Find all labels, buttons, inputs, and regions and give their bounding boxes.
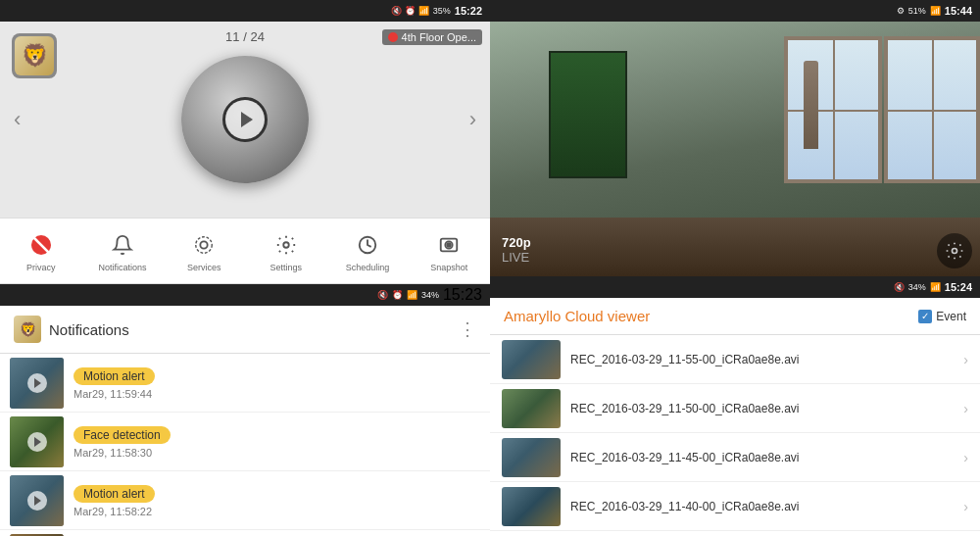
rec-name-2: REC_2016-03-29_11-45-00_iCRa0ae8e.avi [570,451,954,464]
play-small-icon-0 [27,373,47,393]
notif-thumbnail-2 [10,475,64,526]
notifications-header: 🦁 Notifications ⋮ [0,306,490,354]
rec-arrow-1: › [963,401,968,416]
recording-item-3[interactable]: REC_2016-03-29_11-40-00_iCRa0ae8e.avi › [490,482,980,531]
cloud-viewer-title: Amaryllo Cloud viewer [504,308,650,324]
camera-name-badge: 4th Floor Ope... [382,29,482,45]
rec-thumbnail-1 [502,389,561,428]
notifications-label: Notifications [98,263,146,272]
signal-icon: 📶 [418,6,429,16]
status-icons-left: 🔇 ⏰ 📶 [391,6,429,16]
notif-info-2: Motion alert Mar29, 11:58:22 [74,484,480,517]
nav-item-privacy[interactable]: Privacy [0,229,81,272]
notification-item-2[interactable]: Motion alert Mar29, 11:58:22 [0,471,490,530]
notifications-list: Motion alert Mar29, 11:59:44 Face detect… [0,354,490,536]
notif-info-1: Face detection Mar29, 11:58:30 [74,425,480,459]
record-indicator [388,32,398,42]
nav-item-services[interactable]: Services [164,229,245,272]
svg-point-8 [447,243,451,247]
rec-name-3: REC_2016-03-29_11-40-00_iCRa0ae8e.avi [570,500,954,513]
time-right-bot: 15:24 [945,281,972,293]
event-label: Event [936,310,966,323]
services-label: Services [187,263,221,272]
live-status-text: LIVE [502,250,531,265]
nav-item-notifications[interactable]: Notifications [81,229,163,272]
window-right [884,36,980,183]
nav-prev[interactable]: ‹ [4,97,30,142]
privacy-label: Privacy [26,263,56,272]
play-button[interactable] [225,100,265,139]
statue [804,61,818,149]
notif-badge-1: Face detection [74,426,171,444]
notification-item-1[interactable]: Face detection Mar29, 11:58:30 [0,413,490,471]
rec-thumbnail-3 [502,487,561,526]
alarm-icon-2: ⏰ [392,290,403,300]
notif-info-0: Motion alert Mar29, 11:59:44 [74,366,480,400]
time-right-top: 15:44 [945,5,972,17]
play-triangle-icon [241,112,253,127]
nav-bar: Privacy Notifications Services Settings … [0,218,490,284]
signal-right-top: 📶 [930,6,941,16]
camera-device-ball [181,56,309,183]
cloud-viewer-header: Amaryllo Cloud viewer ✓ Event [490,298,980,335]
app-logo: 🦁 [12,33,57,78]
event-filter[interactable]: ✓ Event [918,310,966,323]
notif-lion-icon: 🦁 [14,316,41,343]
right-panel: ⚙ 51% 📶 15:44 720p LIVE [490,0,980,536]
rec-arrow-3: › [963,499,968,514]
cabinet-decor [549,51,627,178]
snapshot-icon [433,229,465,261]
camera-ball-area: 🦁 [0,22,490,218]
battery-left: 35% [433,6,451,16]
more-options-button[interactable]: ⋮ [459,318,476,340]
notif-thumbnail-1 [10,416,64,467]
recording-item-2[interactable]: REC_2016-03-29_11-45-00_iCRa0ae8e.avi › [490,433,980,482]
rec-name-0: REC_2016-03-29_11-55-00_iCRa0ae8e.avi [570,353,954,366]
recording-item-1[interactable]: REC_2016-03-29_11-50-00_iCRa0ae8e.avi › [490,384,980,433]
services-icon [188,229,220,261]
settings-button[interactable] [937,233,972,268]
status-bar-bottom-right: 🔇 34% 📶 15:24 [490,276,980,298]
rec-name-1: REC_2016-03-29_11-50-00_iCRa0ae8e.avi [570,402,954,415]
scheduling-label: Scheduling [346,263,390,272]
camera-name-text: 4th Floor Ope... [402,31,476,43]
nav-item-scheduling[interactable]: Scheduling [326,229,408,272]
status-bar-top-left: 🔇 ⏰ 📶 35% 15:22 [0,0,490,22]
battery-right-bot: 34% [908,282,926,292]
svg-point-3 [196,237,213,254]
recording-item-0[interactable]: REC_2016-03-29_11-55-00_iCRa0ae8e.avi › [490,335,980,384]
notification-item-0[interactable]: Motion alert Mar29, 11:59:44 [0,354,490,413]
svg-point-2 [201,241,208,248]
mute-icon: 🔇 [391,6,402,16]
live-feed: 720p LIVE [490,22,980,276]
battery-right-top: 51% [908,6,926,16]
bell-icon [107,229,138,261]
nav-item-snapshot[interactable]: Snapshot [409,229,490,272]
notifications-title: Notifications [49,321,129,338]
rec-thumbnail-2 [502,438,561,477]
svg-point-9 [953,249,957,254]
play-small-icon-2 [27,491,47,511]
settings-icon [270,229,302,261]
notif-time-2: Mar29, 11:58:22 [74,506,480,517]
resolution-text: 720p [502,235,531,250]
play-small-icon-1 [27,432,47,452]
rec-arrow-0: › [963,352,968,367]
recording-item-4[interactable]: REC_2016-03-29_11-35-01_iCRa0ae8e.avi › [490,531,980,536]
notif-badge-0: Motion alert [74,367,155,385]
nav-next[interactable]: › [460,97,486,142]
room-view [490,22,980,276]
lion-icon: 🦁 [15,36,54,75]
alarm-icon: ⏰ [405,6,416,16]
rec-arrow-2: › [963,450,968,465]
notif-header-left: 🦁 Notifications [14,316,129,343]
battery-mid: 34% [421,290,439,300]
mute-icon-2: 🔇 [377,290,388,300]
status-bar-mid-left: 🔇 ⏰ 📶 34% 15:23 [0,284,490,306]
nav-item-settings[interactable]: Settings [245,229,326,272]
svg-point-4 [283,242,289,248]
settings-label: Settings [270,263,302,272]
time-mid: 15:23 [443,286,482,304]
notification-item-3[interactable]: Motion alert Mar29, 11:57:00 [0,530,490,536]
rec-thumbnail-0 [502,340,561,379]
